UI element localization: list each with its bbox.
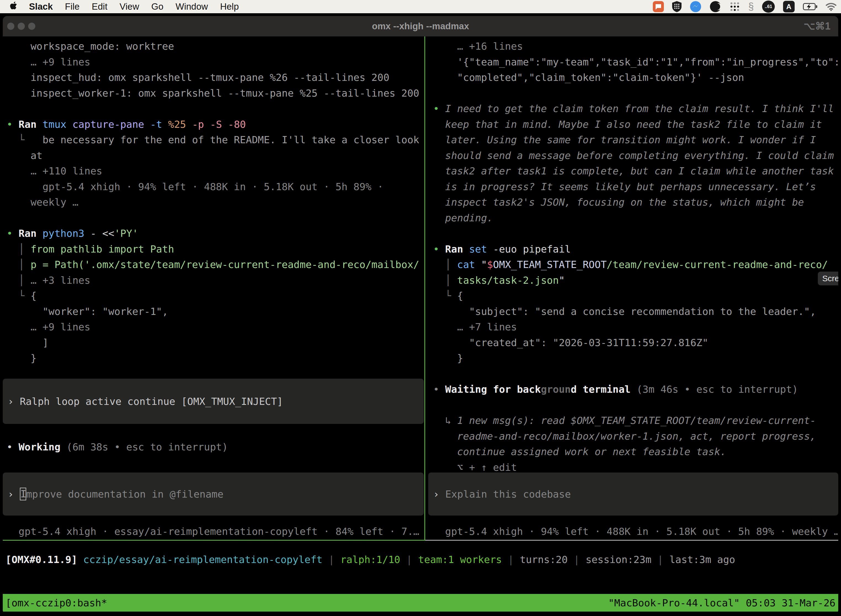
- terminal-line: │ tasks/task-2.json": [433, 273, 838, 288]
- terminal-line: [433, 397, 838, 413]
- terminal-line: "worker": "worker-1",: [7, 304, 424, 320]
- menu-item-window[interactable]: Window: [176, 1, 208, 12]
- terminal-line: … +7 lines: [433, 319, 838, 335]
- input-source-icon[interactable]: A: [783, 1, 795, 12]
- terminal-line: [433, 85, 838, 101]
- window-title: omx --xhigh --madmax: [3, 21, 838, 31]
- left-model-statusline: gpt-5.4 xhigh · essay/ai-reimplementatio…: [7, 524, 423, 540]
- terminal-line: gpt-5.4 xhigh · 94% left · 488K in · 5.1…: [7, 179, 424, 195]
- terminal-line: is in progress? It seems likely but perh…: [433, 179, 838, 195]
- left-prompt-input[interactable]: › I mprove documentation in @filename: [3, 472, 424, 516]
- terminal-line: … +16 lines: [433, 39, 838, 54]
- menu-app-name[interactable]: Slack: [29, 1, 53, 12]
- screen-tooltip-button[interactable]: Scre: [818, 271, 838, 285]
- terminal-line: └ {: [7, 288, 424, 304]
- input-placeholder: Explain this codebase: [445, 488, 571, 500]
- terminal-line: inspect task2's JSON, focusing on the st…: [433, 195, 838, 210]
- terminal-line: … +9 lines: [7, 319, 424, 335]
- terminal-line: │ … +3 lines: [7, 273, 424, 288]
- tmux-horizontal-border-inactive[interactable]: [425, 540, 838, 541]
- apple-menu[interactable]: [10, 1, 18, 12]
- right-prompt-input[interactable]: › Explain this codebase: [428, 472, 838, 516]
- input-prompt: ›: [433, 488, 439, 500]
- terminal-line: '{"team_name":"my-team","task_id":"1","f…: [433, 54, 838, 70]
- menu-item-go[interactable]: Go: [151, 1, 163, 12]
- squiggle-icon[interactable]: §: [748, 1, 754, 12]
- menu-item-view[interactable]: View: [119, 1, 139, 12]
- terminal-line: }: [433, 351, 838, 366]
- menu-item-edit[interactable]: Edit: [92, 1, 107, 12]
- crescent-circle-icon[interactable]: [710, 1, 721, 12]
- tmux-horizontal-border-active[interactable]: [3, 540, 425, 541]
- chat-app-icon[interactable]: [653, 1, 664, 12]
- tmux-status-bar: [omx-cczip0:bash* "MacBook-Pro-44.local"…: [3, 594, 838, 612]
- dots-grid-icon[interactable]: [730, 1, 740, 12]
- tmux-session-label: [omx-cczip0:bash*: [6, 597, 107, 609]
- terminal-line: "completed","claim_token":"claim-token"}…: [433, 70, 838, 85]
- terminal-line: ]: [7, 335, 424, 351]
- terminal-line: └ {: [433, 288, 838, 304]
- terminal-line: │ from pathlib import Path: [7, 242, 424, 257]
- terminal-line: [433, 366, 838, 382]
- terminal-line: [433, 226, 838, 242]
- terminal-line: … +9 lines: [7, 54, 424, 70]
- terminal-line: later. Using the same for transition mig…: [433, 132, 838, 148]
- terminal-line: should send a message before completing …: [433, 148, 838, 164]
- terminal-line: [7, 101, 424, 117]
- banner-prompt: ›: [8, 396, 14, 407]
- terminal-line: • Waiting for background terminal (3m 46…: [433, 382, 838, 397]
- terminal-line: task2 after task1 is complete, but can I…: [433, 163, 838, 179]
- menu-item-help[interactable]: Help: [220, 1, 239, 12]
- terminal-line: │ p = Path('.omx/state/team/review-curre…: [7, 257, 424, 273]
- right-model-statusline: gpt-5.4 xhigh · 94% left · 488K in · 5.1…: [433, 524, 838, 540]
- title-bar: omx --xhigh --madmax ⌥⌘1: [3, 16, 838, 37]
- terminal-line: • Ran python3 - <<'PY': [7, 226, 424, 242]
- left-pane-output: workspace_mode: worktree … +9 lines insp…: [3, 39, 424, 366]
- text-cursor: I: [20, 488, 26, 500]
- terminal-line: at: [7, 148, 424, 164]
- messenger-bolt-icon[interactable]: [690, 1, 701, 12]
- terminal-line: workspace_mode: worktree: [7, 39, 424, 54]
- terminal-line: • I need to get the claim token from the…: [433, 101, 838, 117]
- menu-item-file[interactable]: File: [65, 1, 79, 12]
- working-status: • Working (6m 38s • esc to interrupt): [7, 439, 423, 455]
- input-placeholder: mprove documentation in @filename: [26, 488, 224, 500]
- tmux-vertical-divider[interactable]: [424, 37, 425, 540]
- terminal-line: │ cat "$OMX_TEAM_STATE_ROOT/team/review-…: [433, 257, 838, 273]
- terminal-line: continue assigned work or next feasible …: [433, 444, 838, 460]
- wifi-icon[interactable]: [826, 2, 837, 11]
- input-prompt: ›: [8, 488, 14, 500]
- terminal-line: • Ran tmux capture-pane -t %25 -p -S -80: [7, 117, 424, 132]
- menu-status-icons: § ..61 A: [653, 0, 837, 13]
- terminal-line: inspect_hud: omx sparkshell --tmux-pane …: [7, 70, 424, 85]
- terminal-line: └ be necessary for the end of the README…: [7, 132, 424, 148]
- terminal-line: [7, 210, 424, 226]
- terminal-line: ↳ 1 new msg(s): read $OMX_TEAM_STATE_ROO…: [433, 413, 838, 428]
- ralph-loop-banner[interactable]: › Ralph loop active continue [OMX_TMUX_I…: [3, 378, 424, 424]
- shield-grid-icon[interactable]: [672, 1, 681, 12]
- window-shortcut-hint: ⌥⌘1: [803, 21, 831, 32]
- terminal-line: readme-and-reco/mailbox/worker-1.json, a…: [433, 428, 838, 444]
- terminal-line: }: [7, 351, 424, 366]
- terminal-line: inspect_worker-1: omx sparkshell --tmux-…: [7, 85, 424, 101]
- terminal-window: omx --xhigh --madmax ⌥⌘1 workspace_mode:…: [3, 16, 838, 615]
- badge-61-icon[interactable]: ..61: [762, 0, 775, 13]
- omx-hud-statusline: [OMX#0.11.9] cczip/essay/ai-reimplementa…: [6, 552, 836, 568]
- terminal-line: weekly …: [7, 195, 424, 210]
- terminal-line: "subject": "send a concise recommendatio…: [433, 304, 838, 320]
- terminal-line: keep that in mind. Maybe I also need the…: [433, 117, 838, 132]
- apple-logo-icon: [10, 1, 18, 12]
- terminal-line: pending.: [433, 210, 838, 226]
- banner-text: Ralph loop active continue [OMX_TMUX_INJ…: [20, 396, 283, 407]
- battery-icon[interactable]: [803, 3, 817, 10]
- tmux-host-clock-label: "MacBook-Pro-44.local" 05:03 31-Mar-26: [608, 597, 835, 609]
- terminal-line: … +110 lines: [7, 163, 424, 179]
- terminal-line: • Ran set -euo pipefail: [433, 242, 838, 257]
- right-pane-output: … +16 lines '{"team_name":"my-team","tas…: [429, 39, 838, 475]
- menu-bar: Slack File Edit View Go Window Help: [0, 0, 841, 13]
- terminal-line: "created_at": "2026-03-31T11:59:27.816Z": [433, 335, 838, 351]
